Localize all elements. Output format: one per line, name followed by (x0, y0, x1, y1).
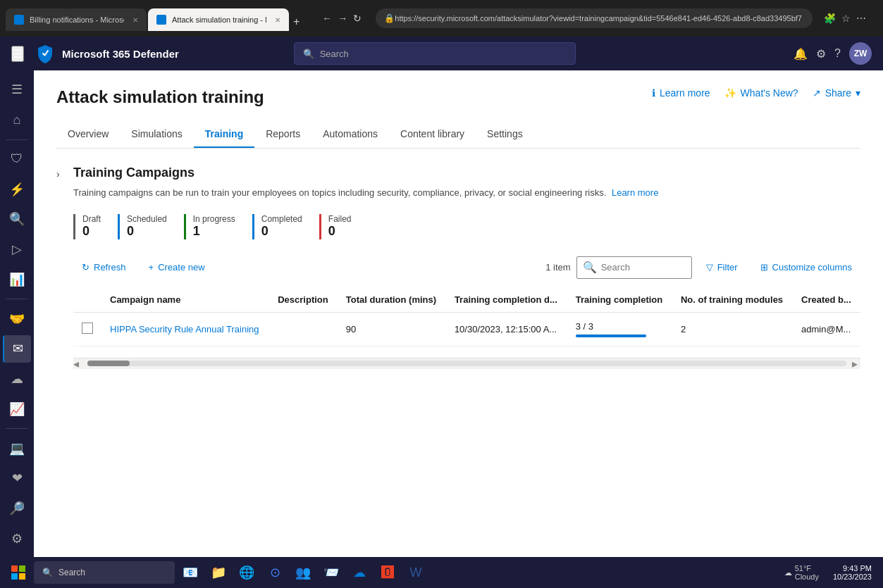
tab-reports[interactable]: Reports (254, 121, 311, 148)
page-actions: ℹ Learn more ✨ What's New? ↗ Share ▾ (652, 87, 860, 99)
tab-content-library[interactable]: Content library (389, 121, 476, 148)
sidebar-item-actions[interactable]: ▷ (3, 236, 31, 263)
th-description[interactable]: Description (269, 287, 338, 313)
create-new-label: Create new (158, 262, 204, 273)
browser-tab-2[interactable]: Attack simulation training - Micr... ✕ (148, 8, 289, 31)
taskbar-clock[interactable]: 9:43 PM 10/23/2023 (827, 564, 877, 581)
notifications-button[interactable]: 🔔 (794, 47, 808, 61)
tab-settings[interactable]: Settings (476, 121, 534, 148)
back-button[interactable]: ← (322, 13, 332, 24)
scrollbar-track[interactable] (87, 361, 846, 366)
taskbar-icon-email[interactable]: 📧 (178, 560, 203, 585)
scrollbar-thumb[interactable] (87, 361, 130, 366)
tab-close-1[interactable]: ✕ (132, 16, 138, 24)
extensions-btn[interactable]: 🧩 (824, 13, 836, 24)
stat-inprogress-label: In progress (193, 214, 235, 224)
sidebar-item-shield[interactable]: 🛡 (3, 145, 31, 173)
refresh-button[interactable]: ↻ Refresh (73, 258, 135, 277)
share-link[interactable]: ↗ Share ▾ (813, 87, 860, 99)
learn-more-link[interactable]: ℹ Learn more (652, 87, 710, 99)
taskbar-icon-outlook[interactable]: 📨 (319, 560, 344, 585)
tab-automations[interactable]: Automations (311, 121, 389, 148)
columns-icon: ⊞ (760, 262, 768, 273)
scroll-left-btn[interactable]: ◂ (73, 357, 82, 370)
section-expand-button[interactable]: › (56, 168, 60, 180)
training-campaigns-section: › Training Campaigns Training campaigns … (56, 165, 860, 369)
sidebar-item-partner[interactable]: 🤝 (3, 305, 31, 332)
page-area: Attack simulation training ℹ Learn more … (34, 70, 883, 588)
section-learn-more-link[interactable]: Learn more (612, 187, 658, 198)
campaign-name-link[interactable]: HIPPA Security Rule Annual Training (110, 324, 259, 334)
taskbar-icon-chrome[interactable]: ⊙ (262, 560, 288, 585)
th-completion[interactable]: Training completion (567, 287, 672, 313)
refresh-button[interactable]: ↻ (353, 13, 362, 24)
table-search-box[interactable]: 🔍 (576, 256, 692, 279)
taskbar-icon-onedrive[interactable]: ☁ (347, 560, 372, 585)
stat-inprogress-info: In progress 1 (193, 214, 235, 239)
taskbar-weather[interactable]: ☁ 51°F Cloudy (779, 564, 825, 581)
stat-failed: Failed 0 (319, 214, 369, 239)
taskbar-icon-teams[interactable]: 👥 (290, 560, 316, 585)
sidebar-item-health[interactable]: ❤ (3, 465, 31, 492)
sidebar-item-menu[interactable]: ☰ (3, 76, 31, 104)
row-checkbox-cell[interactable] (73, 312, 101, 346)
row-checkbox[interactable] (82, 323, 93, 334)
tab-label-1: Billing notifications - Microsoft ... (30, 15, 124, 24)
search-icon: 🔍 (303, 49, 314, 59)
settings-button[interactable]: ⚙ (816, 47, 826, 61)
sidebar-item-cloud[interactable]: ☁ (3, 365, 31, 393)
user-avatar[interactable]: ZW (849, 42, 872, 65)
th-completion-date[interactable]: Training completion d... (446, 287, 567, 313)
stat-draft: Draft 0 (73, 214, 118, 239)
horizontal-scrollbar[interactable]: ◂ ▸ (73, 358, 860, 369)
stat-bar-scheduled (118, 214, 120, 239)
create-new-button[interactable]: + Create new (140, 258, 214, 277)
taskbar-icon-edge[interactable]: 🌐 (234, 560, 259, 585)
customize-columns-button[interactable]: ⊞ Customize columns (752, 258, 860, 277)
sidebar-item-search[interactable]: 🔎 (3, 495, 31, 523)
address-bar[interactable]: 🔒 https://security.microsoft.com/attacks… (376, 8, 813, 28)
favorites-btn[interactable]: ☆ (841, 13, 851, 24)
new-tab-button[interactable]: + (290, 13, 302, 31)
tab-training[interactable]: Training (194, 121, 254, 148)
weather-icon: ☁ (784, 568, 792, 577)
windows-start-button[interactable] (6, 560, 31, 585)
sidebar-toggle-button[interactable]: ☰ (11, 46, 24, 62)
th-total-duration[interactable]: Total duration (mins) (338, 287, 446, 313)
th-campaign-name[interactable]: Campaign name (101, 287, 269, 313)
more-btn[interactable]: ⋯ (856, 13, 866, 24)
sidebar-item-settings[interactable]: ⚙ (3, 525, 31, 552)
sidebar-item-incidents[interactable]: ⚡ (3, 175, 31, 203)
global-search-box[interactable]: 🔍 Search (294, 42, 576, 65)
taskbar-icon-office[interactable]: 🅾 (375, 560, 400, 585)
svg-rect-3 (19, 573, 25, 580)
taskbar-icon-file-explorer[interactable]: 📁 (206, 560, 231, 585)
help-button[interactable]: ? (834, 47, 841, 60)
browser-tab-1[interactable]: Billing notifications - Microsoft ... ✕ (6, 8, 147, 31)
taskbar-icon-word[interactable]: W (403, 560, 428, 585)
row-total-duration: 90 (338, 312, 446, 346)
stat-inprogress: In progress 1 (184, 214, 252, 239)
filter-button[interactable]: ▽ Filter (698, 258, 746, 277)
sidebar-item-device[interactable]: 💻 (3, 434, 31, 462)
scroll-right-btn[interactable]: ▸ (852, 357, 860, 370)
app-header: ☰ Microsoft 365 Defender 🔍 Search 🔔 ⚙ ? … (0, 37, 883, 70)
sidebar-item-mail[interactable]: ✉ (3, 335, 31, 363)
whats-new-link[interactable]: ✨ What's New? (724, 87, 798, 99)
sidebar-item-home[interactable]: ⌂ (3, 106, 31, 134)
taskbar-search-box[interactable]: 🔍 Search (34, 561, 175, 584)
tab-simulations[interactable]: Simulations (120, 121, 193, 148)
th-created-by[interactable]: Created b... (793, 287, 860, 313)
sidebar-item-graph[interactable]: 📈 (3, 395, 31, 423)
tab-overview[interactable]: Overview (56, 121, 120, 148)
stat-bar-completed (252, 214, 254, 239)
tab-close-2[interactable]: ✕ (275, 16, 280, 24)
sidebar-item-hunt[interactable]: 🔍 (3, 206, 31, 233)
sidebar-item-reports[interactable]: 📊 (3, 265, 31, 293)
row-campaign-name[interactable]: HIPPA Security Rule Annual Training (101, 312, 269, 346)
table-search-input[interactable] (601, 262, 686, 273)
stat-failed-info: Failed 0 (328, 214, 352, 239)
browser-chrome: Billing notifications - Microsoft ... ✕ … (0, 0, 883, 37)
th-num-modules[interactable]: No. of training modules (672, 287, 793, 313)
forward-button[interactable]: → (338, 13, 347, 24)
